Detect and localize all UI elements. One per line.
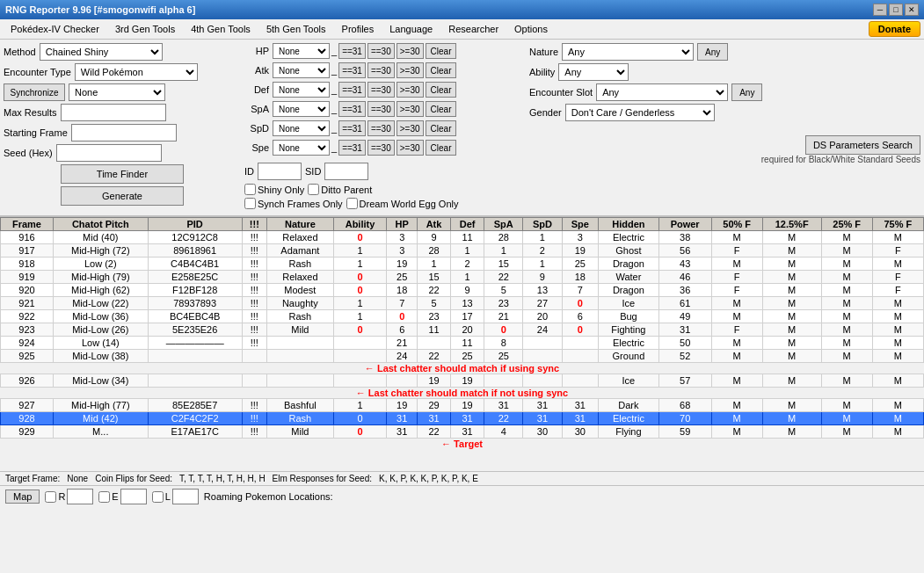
menu-4thgen[interactable]: 4th Gen Tools (184, 22, 258, 36)
table-cell: 20 (451, 323, 484, 337)
ditto-parent-checkbox[interactable] (308, 184, 319, 195)
r-checkbox[interactable] (45, 491, 56, 503)
iv-def-eq31[interactable]: ==31 (338, 82, 366, 98)
iv-atk-select[interactable]: None (273, 62, 330, 78)
r-input[interactable] (67, 489, 93, 504)
iv-hp-ge30[interactable]: >=30 (397, 43, 424, 59)
table-row[interactable]: 917Mid-High (72)89618961!!!Adamant132811… (1, 244, 924, 257)
nature-select[interactable]: Any (562, 43, 694, 61)
max-results-input[interactable]: 100000__ (61, 104, 166, 121)
donate-button[interactable]: Donate (869, 21, 920, 37)
synch-frames-checkbox[interactable] (244, 198, 256, 209)
map-button[interactable]: Map (5, 490, 40, 504)
iv-spe-eq30[interactable]: ==30 (367, 140, 395, 156)
menu-researcher[interactable]: Researcher (441, 22, 506, 36)
iv-spd-ge30[interactable]: >=30 (397, 120, 424, 136)
iv-spe-eq31[interactable]: ==31 (338, 140, 366, 156)
table-row[interactable]: 929M...E17AE17C!!!Mild031223143030Flying… (1, 425, 924, 439)
iv-atk-ge30[interactable]: >=30 (397, 62, 424, 78)
close-button[interactable]: ✕ (905, 4, 919, 16)
iv-spa-clear[interactable]: Clear (426, 101, 457, 117)
iv-spe-label: Spe (244, 142, 269, 153)
id-input[interactable] (258, 163, 302, 180)
sid-input[interactable] (324, 163, 368, 180)
iv-spa-eq30[interactable]: ==30 (367, 101, 395, 117)
dreamworld-egg-checkbox[interactable] (346, 198, 358, 209)
menu-profiles[interactable]: Profiles (335, 22, 382, 36)
table-cell: Mild (267, 425, 334, 439)
iv-atk-eq31[interactable]: ==31 (338, 62, 366, 78)
ds-params-button[interactable]: DS Parameters Search (805, 135, 920, 155)
iv-spe-select[interactable]: None (273, 140, 330, 156)
iv-spd-eq31[interactable]: ==31 (338, 120, 366, 136)
iv-atk-eq30[interactable]: ==30 (367, 62, 395, 78)
table-row[interactable]: 925Mid-Low (38)24222525Ground52MMMM (1, 350, 924, 363)
table-row[interactable]: 924Low (14)——————!!!21118Electric50MMMM (1, 337, 924, 350)
iv-spe-clear[interactable]: Clear (426, 140, 457, 156)
iv-hp-eq31[interactable]: ==31 (338, 43, 366, 59)
table-row[interactable]: 926Mid-Low (34)1919Ice57MMMM (1, 374, 924, 388)
shiny-only-checkbox[interactable] (244, 184, 256, 195)
starting-frame-input[interactable]: 1______ (71, 124, 177, 141)
table-row[interactable]: 919Mid-High (79)E258E25C!!!Relaxed025151… (1, 271, 924, 284)
table-cell (562, 374, 599, 388)
table-row[interactable]: 916Mid (40)12C912C8!!!Relaxed039112813El… (1, 231, 924, 244)
table-row[interactable]: 922Mid-Low (36)BC4EBC4B!!!Rash1023172120… (1, 310, 924, 323)
iv-spa-select[interactable]: None (273, 101, 330, 117)
iv-hp-clear[interactable]: Clear (426, 43, 457, 59)
table-row[interactable]: 928Mid (42)C2F4C2F2!!!Rash0313131223131E… (1, 412, 924, 425)
iv-atk-clear[interactable]: Clear (426, 62, 457, 78)
table-row[interactable]: 927Mid-High (77)85E285E7!!!Bashful119291… (1, 399, 924, 412)
ability-select[interactable]: Any (558, 63, 629, 81)
table-row[interactable]: 918Low (2)C4B4C4B1!!!Rash1191215125Drago… (1, 257, 924, 271)
table-cell: 31 (658, 323, 711, 337)
e-checkbox[interactable] (98, 491, 110, 503)
synchronize-button[interactable]: Synchronize (4, 83, 65, 101)
menu-pokedex[interactable]: Pokédex-IV Checker (4, 22, 106, 36)
menu-5thgen[interactable]: 5th Gen Tools (259, 22, 333, 36)
slot-select[interactable]: Any (596, 83, 728, 101)
table-row[interactable]: 921Mid-Low (22)78937893!!!Naughty1751323… (1, 297, 924, 310)
gender-select[interactable]: Don't Care / Genderless (565, 104, 715, 121)
iv-def-ge30[interactable]: >=30 (397, 82, 424, 98)
iv-spe-ge30[interactable]: >=30 (397, 140, 424, 156)
menu-3rdgen[interactable]: 3rd Gen Tools (108, 22, 182, 36)
col-f25: 25% F (821, 218, 872, 231)
coin-flips-label: Coin Flips for Seed: (95, 474, 172, 483)
seed-input[interactable]: 03050684 (56, 144, 162, 162)
iv-spa-ge30[interactable]: >=30 (397, 101, 424, 117)
menu-language[interactable]: Language (382, 22, 440, 36)
iv-def-select[interactable]: None (273, 82, 330, 98)
sync-select[interactable]: None (69, 83, 165, 101)
encounter-select[interactable]: Wild Pokémon (75, 63, 198, 81)
coin-flips-value: T, T, T, T, H, T, H, H, H (179, 474, 266, 483)
table-cell: M (872, 231, 923, 244)
l-input[interactable] (172, 489, 199, 504)
e-input[interactable] (120, 489, 147, 504)
method-select[interactable]: Chained Shiny (40, 43, 163, 61)
minimize-button[interactable]: ─ (873, 4, 887, 16)
iv-def-eq30[interactable]: ==30 (367, 82, 395, 98)
table-cell: M (821, 425, 872, 439)
annotation-row: ← Last chatter should match if not using… (1, 388, 924, 399)
generate-button[interactable]: Generate (61, 186, 184, 206)
slot-any-button[interactable]: Any (731, 83, 762, 101)
table-cell: 25 (484, 350, 523, 363)
iv-spd-clear[interactable]: Clear (426, 120, 457, 136)
table-row[interactable]: 923Mid-Low (26)5E235E26!!!Mild0611200240… (1, 323, 924, 337)
iv-spd-eq30[interactable]: ==30 (367, 120, 395, 136)
table-row[interactable]: 920Mid-High (62)F12BF128!!!Modest0182295… (1, 284, 924, 297)
nature-any-button[interactable]: Any (697, 43, 728, 61)
table-cell: 28 (484, 231, 523, 244)
table-cell: Ghost (599, 244, 659, 257)
table-cell: F (711, 323, 762, 337)
iv-hp-select[interactable]: None (273, 43, 330, 59)
l-checkbox[interactable] (152, 491, 164, 503)
maximize-button[interactable]: □ (889, 4, 903, 16)
iv-spd-select[interactable]: None (273, 120, 330, 136)
iv-hp-eq30[interactable]: ==30 (367, 43, 395, 59)
menu-options[interactable]: Options (507, 22, 555, 36)
time-finder-button[interactable]: Time Finder (61, 164, 184, 184)
iv-spa-eq31[interactable]: ==31 (338, 101, 366, 117)
iv-def-clear[interactable]: Clear (426, 82, 457, 98)
